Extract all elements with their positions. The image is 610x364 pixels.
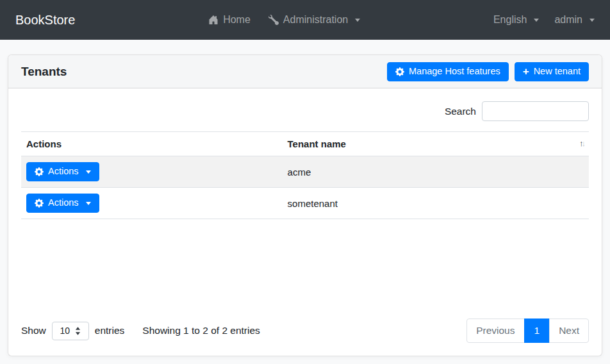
main-menu: Home Administration (75, 14, 493, 26)
plus-icon: + (523, 66, 529, 77)
show-label: Show (21, 325, 46, 336)
gear-icon (35, 167, 44, 176)
table-footer: Show 10 entries Showing 1 to 2 of 2 entr… (21, 318, 589, 343)
app-screen: BookStore Home Administration English (0, 0, 610, 364)
chevron-down-icon (86, 202, 91, 205)
column-header-tenant-name[interactable]: Tenant name ↑↓ (283, 132, 589, 156)
home-icon (208, 15, 218, 25)
next-button[interactable]: Next (549, 318, 589, 343)
search-label: Search (445, 106, 476, 117)
manage-host-features-label: Manage Host features (409, 66, 500, 77)
previous-button[interactable]: Previous (466, 318, 524, 343)
page-title: Tenants (21, 65, 67, 79)
actions-cell: Actions (21, 188, 283, 219)
row-actions-button[interactable]: Actions (26, 194, 99, 213)
page-size-select[interactable]: 10 (52, 322, 89, 340)
card-body: Search Actions Tenant name ↑↓ (8, 88, 602, 356)
header-buttons: Manage Host features + New tenant (387, 62, 589, 81)
table-head: Actions Tenant name ↑↓ (21, 132, 589, 156)
language-label: English (493, 14, 527, 26)
column-header-actions: Actions (21, 132, 283, 156)
sort-asc-icon: ↑↓ (579, 138, 584, 148)
manage-host-features-button[interactable]: Manage Host features (387, 62, 509, 81)
gear-icon (35, 199, 44, 208)
entries-label: entries (95, 325, 125, 336)
navbar-right: English admin (493, 14, 595, 26)
chevron-down-icon (355, 19, 360, 22)
row-actions-button[interactable]: Actions (26, 162, 99, 181)
actions-cell: Actions (21, 156, 283, 188)
page-size-value: 10 (60, 326, 70, 336)
username-label: admin (554, 14, 582, 26)
table-row: Actions sometenant (21, 188, 589, 219)
tenant-name-cell: sometenant (283, 188, 589, 219)
row-actions-label: Actions (48, 166, 79, 177)
tenants-table: Actions Tenant name ↑↓ (21, 131, 589, 219)
chevron-down-icon (86, 170, 91, 174)
gear-icon (395, 67, 404, 76)
nav-item-administration[interactable]: Administration (268, 14, 360, 26)
new-tenant-label: New tenant (534, 66, 581, 77)
new-tenant-button[interactable]: + New tenant (515, 62, 589, 81)
search-input[interactable] (482, 101, 589, 121)
table-row: Actions acme (21, 156, 589, 188)
main-content: Tenants Manage Host features + New tenan… (0, 40, 610, 356)
table-info: Showing 1 to 2 of 2 entries (142, 325, 260, 336)
nav-administration-label: Administration (283, 14, 348, 26)
tenant-name-cell: acme (283, 156, 589, 188)
table-body: Actions acme (21, 156, 589, 219)
tenants-card: Tenants Manage Host features + New tenan… (8, 54, 602, 356)
nav-item-home[interactable]: Home (208, 14, 251, 26)
navbar: BookStore Home Administration English (0, 0, 610, 40)
search-row: Search (21, 101, 589, 121)
card-header: Tenants Manage Host features + New tenan… (8, 55, 602, 88)
pagination: Previous 1 Next (466, 318, 589, 343)
language-dropdown[interactable]: English (493, 14, 539, 26)
chevron-down-icon (589, 19, 595, 22)
user-dropdown[interactable]: admin (554, 14, 595, 26)
table-empty-space (21, 219, 589, 318)
page-size-control: Show 10 entries (21, 322, 124, 340)
chevron-down-icon (534, 19, 539, 22)
nav-home-label: Home (223, 14, 251, 26)
brand-logo[interactable]: BookStore (15, 13, 75, 28)
wrench-icon (268, 15, 279, 25)
page-1-button[interactable]: 1 (524, 318, 550, 343)
tenant-name-header-label: Tenant name (288, 138, 346, 149)
row-actions-label: Actions (48, 197, 79, 208)
up-down-arrows-icon (75, 327, 81, 335)
